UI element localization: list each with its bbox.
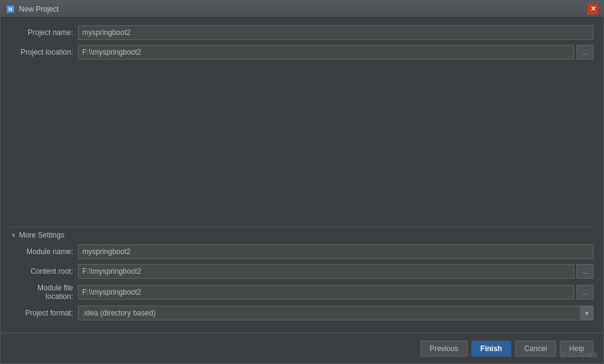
previous-button[interactable]: Previous (420, 341, 468, 357)
module-name-input[interactable] (78, 244, 594, 259)
project-location-row: Project location: ... (10, 45, 594, 60)
watermark-text: @51CTO博客 (560, 351, 598, 360)
project-name-input-wrapper (78, 25, 594, 40)
collapse-arrow-icon: ▼ (10, 232, 17, 239)
module-file-location-label: Module file location: (10, 284, 78, 301)
project-format-input-wrapper: .idea (directory based) ▼ (78, 306, 594, 320)
project-format-select-wrapper: .idea (directory based) ▼ (78, 306, 594, 320)
dialog-footer: Previous Finish Cancel Help (1, 333, 603, 363)
dialog: N New Project ✕ Project name: Project lo… (0, 0, 604, 364)
content-root-browse-button[interactable]: ... (576, 264, 594, 279)
project-location-browse-button[interactable]: ... (576, 45, 594, 60)
module-name-row: Module name: (10, 244, 594, 259)
module-name-label: Module name: (10, 247, 78, 256)
svg-text:N: N (9, 6, 13, 12)
project-location-label: Project location: (10, 48, 78, 56)
finish-button[interactable]: Finish (471, 341, 511, 357)
cancel-button[interactable]: Cancel (515, 341, 556, 357)
module-file-location-browse-button[interactable]: ... (576, 285, 594, 300)
project-format-select[interactable]: .idea (directory based) (78, 306, 594, 320)
content-root-input[interactable] (78, 264, 574, 279)
module-file-location-input[interactable] (78, 285, 574, 300)
app-icon: N (6, 4, 15, 14)
more-settings-header[interactable]: ▼ More Settings (10, 231, 594, 239)
module-file-location-row: Module file location: ... (10, 284, 594, 301)
module-name-input-wrapper (78, 244, 594, 259)
project-name-input[interactable] (78, 25, 594, 40)
project-format-label: Project format: (10, 309, 78, 317)
dialog-content: Project name: Project location: ... ▼ Mo… (1, 18, 603, 333)
project-location-input-wrapper: ... (78, 45, 594, 60)
project-name-row: Project name: (10, 25, 594, 40)
content-root-row: Content root: ... (10, 264, 594, 279)
dialog-title: New Project (19, 5, 584, 14)
content-root-label: Content root: (10, 267, 78, 276)
project-location-input[interactable] (78, 45, 574, 60)
project-format-row: Project format: .idea (directory based) … (10, 306, 594, 320)
more-settings-section: ▼ More Settings Module name: Content roo… (10, 227, 594, 325)
content-root-input-wrapper: ... (78, 264, 594, 279)
close-button[interactable]: ✕ (587, 4, 598, 15)
title-bar: N New Project ✕ (1, 1, 603, 18)
more-settings-label: More Settings (19, 231, 64, 239)
module-file-location-input-wrapper: ... (78, 285, 594, 300)
project-name-label: Project name: (10, 28, 78, 37)
content-spacer (10, 64, 594, 227)
